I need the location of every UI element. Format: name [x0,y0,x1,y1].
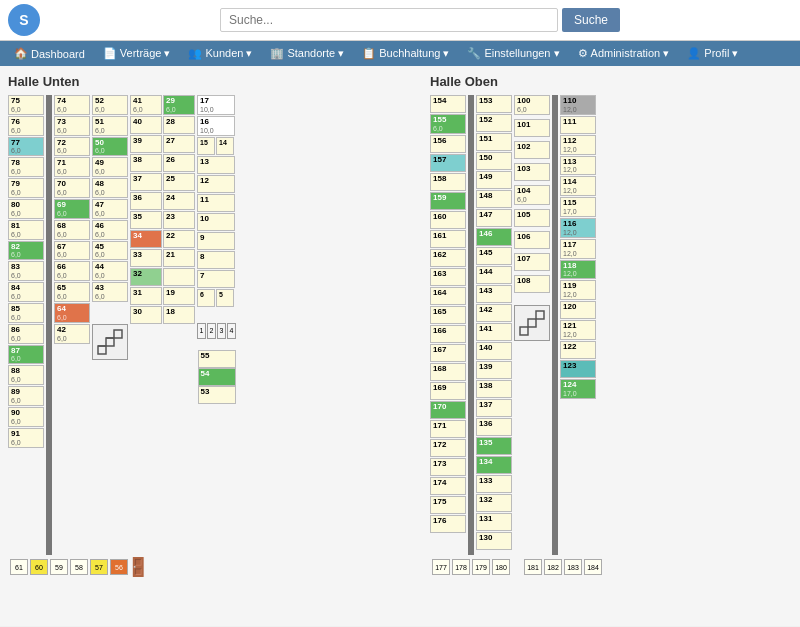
room-174[interactable]: 174 [430,477,466,495]
room-169[interactable]: 169 [430,382,466,400]
room-159[interactable]: 159 [430,192,466,210]
nav-dashboard[interactable]: 🏠 Dashboard [6,41,93,66]
room-39[interactable]: 39 [130,135,162,153]
room-171[interactable]: 171 [430,420,466,438]
room-84[interactable]: 846,0 [8,282,44,302]
room-51[interactable]: 516,0 [92,116,128,136]
room-156[interactable]: 156 [430,135,466,153]
room-172[interactable]: 172 [430,439,466,457]
room-147[interactable]: 147 [476,209,512,227]
room-115[interactable]: 11517,0 [560,197,596,217]
room-110[interactable]: 11012,0 [560,95,596,115]
room-83[interactable]: 836,0 [8,261,44,281]
room-14[interactable]: 14 [216,137,234,155]
room-82[interactable]: 826,0 [8,241,44,261]
room-118[interactable]: 11812,0 [560,260,596,280]
room-149[interactable]: 149 [476,171,512,189]
room-47[interactable]: 476,0 [92,199,128,219]
room-46[interactable]: 466,0 [92,220,128,240]
room-55[interactable]: 55 [198,350,236,368]
room-161[interactable]: 161 [430,230,466,248]
room-13[interactable]: 13 [197,156,235,174]
room-9[interactable]: 9 [197,232,235,250]
room-143[interactable]: 143 [476,285,512,303]
room-70[interactable]: 706,0 [54,178,90,198]
room-122[interactable]: 122 [560,341,596,359]
room-21[interactable]: 21 [163,249,195,267]
room-65[interactable]: 656,0 [54,282,90,302]
room-18[interactable]: 18 [163,306,195,324]
room-111[interactable]: 111 [560,116,596,134]
room-101[interactable]: 101 [514,119,550,137]
room-67[interactable]: 676,0 [54,241,90,261]
room-173[interactable]: 173 [430,458,466,476]
room-32[interactable]: 32 [130,268,162,286]
room-53[interactable]: 53 [198,386,236,404]
room-48[interactable]: 486,0 [92,178,128,198]
room-45[interactable]: 456,0 [92,241,128,261]
room-79[interactable]: 796,0 [8,178,44,198]
room-75[interactable]: 756,0 [8,95,44,115]
room-8[interactable]: 8 [197,251,235,269]
room-25[interactable]: 25 [163,173,195,191]
room-167[interactable]: 167 [430,344,466,362]
room-102[interactable]: 102 [514,141,550,159]
room-29[interactable]: 296,0 [163,95,195,115]
room-157[interactable]: 157 [430,154,466,172]
room-31[interactable]: 31 [130,287,162,305]
room-150[interactable]: 150 [476,152,512,170]
room-66[interactable]: 666,0 [54,261,90,281]
room-100[interactable]: 1006,0 [514,95,550,115]
room-17[interactable]: 1710,0 [197,95,235,115]
room-154[interactable]: 154 [430,95,466,113]
room-26[interactable]: 26 [163,154,195,172]
nav-customers[interactable]: 👥 Kunden ▾ [180,41,260,66]
room-105[interactable]: 105 [514,209,550,227]
room-81[interactable]: 816,0 [8,220,44,240]
room-155[interactable]: 1556,0 [430,114,466,134]
search-input[interactable] [220,8,558,32]
room-106[interactable]: 106 [514,231,550,249]
room-113[interactable]: 11312,0 [560,156,596,176]
nav-accounting[interactable]: 📋 Buchhaltung ▾ [354,41,457,66]
room-121[interactable]: 12112,0 [560,320,596,340]
room-69[interactable]: 696,0 [54,199,90,219]
room-78[interactable]: 786,0 [8,157,44,177]
search-button[interactable]: Suche [562,8,620,32]
room-131[interactable]: 131 [476,513,512,531]
nav-settings[interactable]: 🔧 Einstellungen ▾ [459,41,567,66]
room-117[interactable]: 11712,0 [560,239,596,259]
room-10[interactable]: 10 [197,213,235,231]
room-88[interactable]: 886,0 [8,365,44,385]
room-136[interactable]: 136 [476,418,512,436]
room-142[interactable]: 142 [476,304,512,322]
room-23[interactable]: 23 [163,211,195,229]
room-175[interactable]: 175 [430,496,466,514]
room-86[interactable]: 866,0 [8,324,44,344]
room-146[interactable]: 146 [476,228,512,246]
room-36[interactable]: 36 [130,192,162,210]
room-163[interactable]: 163 [430,268,466,286]
room-123[interactable]: 123 [560,360,596,378]
room-176[interactable]: 176 [430,515,466,533]
room-166[interactable]: 166 [430,325,466,343]
room-107[interactable]: 107 [514,253,550,271]
room-68[interactable]: 686,0 [54,220,90,240]
room-120[interactable]: 120 [560,301,596,319]
room-85[interactable]: 856,0 [8,303,44,323]
room-144[interactable]: 144 [476,266,512,284]
room-138[interactable]: 138 [476,380,512,398]
room-43[interactable]: 436,0 [92,282,128,302]
room-74[interactable]: 746,0 [54,95,90,115]
room-116[interactable]: 11612,0 [560,218,596,238]
nav-administration[interactable]: ⚙ Administration ▾ [570,41,678,66]
room-132[interactable]: 132 [476,494,512,512]
room-103[interactable]: 103 [514,163,550,181]
room-12[interactable]: 12 [197,175,235,193]
room-49[interactable]: 496,0 [92,157,128,177]
room-42-l[interactable]: 426,0 [54,324,90,344]
room-130[interactable]: 130 [476,532,512,550]
room-114[interactable]: 11412,0 [560,176,596,196]
room-104[interactable]: 1046,0 [514,185,550,205]
room-91[interactable]: 916,0 [8,428,44,448]
